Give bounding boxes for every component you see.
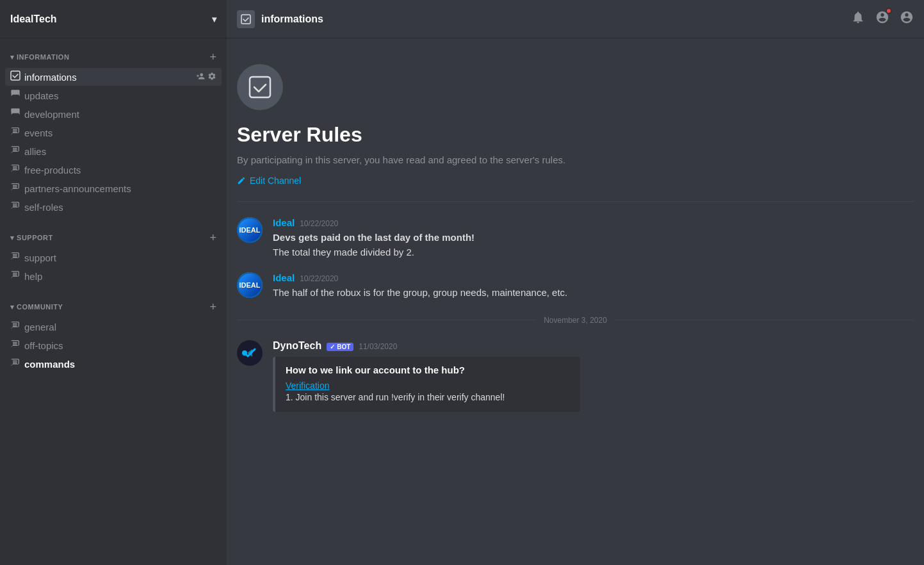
bot-embed: How to we link our account to the hub? V… — [273, 357, 580, 412]
message-header-bot: DynoTech ✓ BOT 11/03/2020 — [273, 340, 914, 352]
topbar-left: informations — [237, 10, 323, 28]
channel-icon-help — [10, 270, 20, 282]
channel-icon-off-topics — [10, 339, 20, 352]
divider-line-left — [237, 320, 536, 320]
message-group-bot: DynoTech ✓ BOT 11/03/2020 How to we link… — [237, 335, 914, 417]
channel-icon-updates — [10, 89, 20, 102]
message-content-2: Ideal 10/22/2020 The half of the robux i… — [273, 272, 914, 300]
section-header-information: ▾ INFORMATION+ — [5, 49, 222, 65]
sidebar: IdealTech ▾ ▾ INFORMATION+informations u… — [0, 0, 227, 565]
date-divider: November 3, 2020 — [237, 316, 914, 325]
topbar-channel-name: informations — [261, 13, 323, 25]
section-header-community: ▾ COMMUNITY+ — [5, 299, 222, 315]
add-member-icon[interactable] — [196, 72, 205, 83]
channel-item-commands[interactable]: commands — [5, 355, 222, 373]
channel-item-self-roles[interactable]: self-roles — [5, 198, 222, 216]
section-header-support: ▾ SUPPORT+ — [5, 229, 222, 246]
section-community: ▾ COMMUNITY+generaloff-topicscommands — [0, 288, 227, 376]
channel-icon-events — [10, 126, 20, 139]
channel-item-free-products[interactable]: free-products — [5, 161, 222, 179]
channel-name-partners-announcements: partners-announcements — [24, 183, 216, 194]
server-name: IdealTech — [10, 13, 57, 25]
channel-item-informations[interactable]: informations — [5, 68, 222, 86]
message-text-1a: Devs gets paid on the last day of the mo… — [273, 231, 914, 245]
svg-rect-2 — [250, 77, 270, 97]
channel-name-off-topics: off-topics — [24, 340, 216, 351]
embed-text: 1. Join this server and run !verify in t… — [286, 391, 570, 404]
channel-name-allies: allies — [24, 146, 216, 157]
server-header[interactable]: IdealTech ▾ — [0, 0, 227, 38]
channel-intro-desc: By participating in this server, you hav… — [237, 154, 914, 165]
message-author-2[interactable]: Ideal — [273, 272, 295, 283]
embed-link[interactable]: Verification — [286, 381, 570, 391]
section-title-support[interactable]: ▾ SUPPORT — [10, 234, 53, 242]
message-group-2: IDEAL Ideal 10/22/2020 The half of the r… — [237, 267, 914, 306]
channel-name-free-products: free-products — [24, 165, 216, 176]
bot-author-name: DynoTech — [273, 340, 321, 352]
channel-icon-general — [10, 320, 20, 333]
message-group-1: IDEAL Ideal 10/22/2020 Devs gets paid on… — [237, 212, 914, 265]
section-add-support[interactable]: + — [209, 232, 216, 243]
bot-badge: ✓ BOT — [327, 343, 353, 351]
message-timestamp-2: 10/22/2020 — [300, 274, 338, 283]
channel-icon-free-products — [10, 163, 20, 176]
message-text-2a: The half of the robux is for the group, … — [273, 286, 914, 300]
notifications-button[interactable] — [851, 10, 865, 28]
channel-item-off-topics[interactable]: off-topics — [5, 336, 222, 354]
channel-item-support[interactable]: support — [5, 249, 222, 266]
profile-button[interactable] — [900, 10, 914, 28]
channel-item-allies[interactable]: allies — [5, 142, 222, 160]
notification-badge — [886, 8, 892, 14]
message-author-1[interactable]: Ideal — [273, 217, 295, 228]
section-add-information[interactable]: + — [209, 51, 216, 63]
avatar-ideal-2: IDEAL — [237, 272, 263, 298]
channel-name-updates: updates — [24, 90, 216, 101]
section-information: ▾ INFORMATION+informations updatesdevelo… — [0, 38, 227, 219]
channel-name-self-roles: self-roles — [24, 202, 216, 213]
svg-rect-0 — [11, 71, 20, 80]
channel-actions-informations — [196, 72, 216, 83]
message-timestamp-1: 10/22/2020 — [300, 219, 338, 228]
section-add-community[interactable]: + — [209, 301, 216, 313]
channel-icon-support — [10, 251, 20, 264]
message-content-bot: DynoTech ✓ BOT 11/03/2020 How to we link… — [273, 340, 914, 412]
message-content-1: Ideal 10/22/2020 Devs gets paid on the l… — [273, 217, 914, 259]
section-title-community[interactable]: ▾ COMMUNITY — [10, 303, 63, 311]
svg-point-4 — [242, 350, 247, 356]
date-divider-text: November 3, 2020 — [544, 316, 607, 325]
channel-icon-partners-announcements — [10, 182, 20, 195]
message-header-2: Ideal 10/22/2020 — [273, 272, 914, 283]
server-chevron-icon: ▾ — [212, 14, 216, 24]
channel-item-events[interactable]: events — [5, 124, 222, 142]
channel-name-general: general — [24, 322, 216, 332]
channel-icon-commands — [10, 357, 20, 370]
channel-intro: Server Rules By participating in this se… — [237, 38, 914, 202]
channel-name-events: events — [24, 127, 216, 138]
topbar-channel-icon — [237, 10, 255, 28]
channel-item-partners-announcements[interactable]: partners-announcements — [5, 179, 222, 197]
edit-channel-button[interactable]: Edit Channel — [237, 176, 301, 186]
channel-name-help: help — [24, 271, 216, 282]
channel-name-commands: commands — [24, 359, 216, 370]
section-title-information[interactable]: ▾ INFORMATION — [10, 53, 69, 61]
mentions-button[interactable] — [875, 10, 889, 28]
channel-item-updates[interactable]: updates — [5, 86, 222, 104]
channel-intro-title: Server Rules — [237, 123, 914, 147]
divider-line-right — [615, 320, 914, 320]
message-text-1b: The total they made divided by 2. — [273, 245, 914, 260]
channel-item-help[interactable]: help — [5, 267, 222, 285]
topbar-right — [851, 10, 914, 28]
svg-rect-1 — [241, 15, 250, 24]
settings-icon[interactable] — [207, 72, 216, 83]
channel-item-development[interactable]: development — [5, 105, 222, 123]
channel-icon-informations — [10, 70, 20, 83]
embed-title: How to we link our account to the hub? — [286, 364, 570, 375]
avatar-dyno — [237, 340, 263, 366]
channel-icon-self-roles — [10, 201, 20, 213]
section-support: ▾ SUPPORT+supporthelp — [0, 219, 227, 288]
channel-topbar: informations — [227, 0, 924, 38]
channel-item-general[interactable]: general — [5, 318, 222, 336]
message-header-1: Ideal 10/22/2020 — [273, 217, 914, 228]
messages-area: Server Rules By participating in this se… — [227, 38, 924, 565]
channel-intro-icon — [237, 64, 283, 110]
